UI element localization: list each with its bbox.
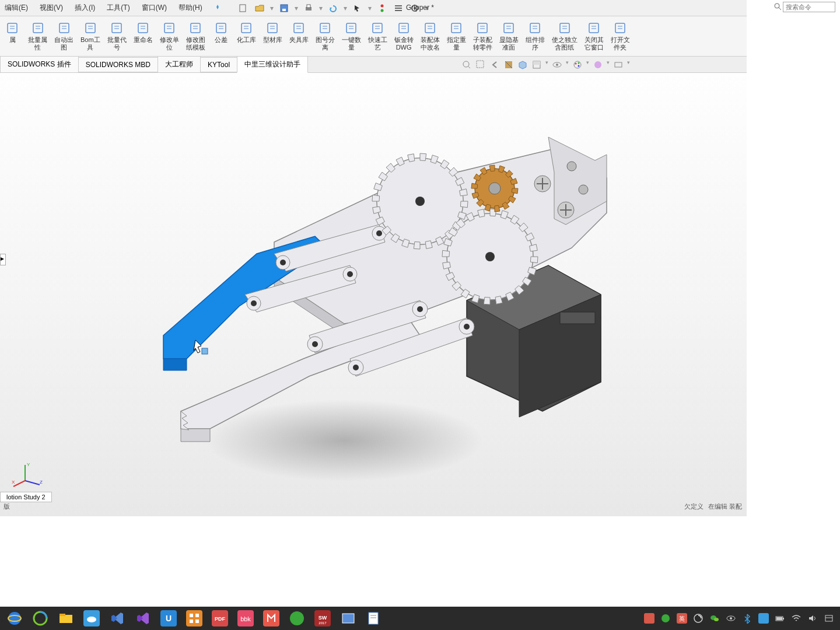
close-others-icon [587,21,601,35]
ribbon-assembly-rename[interactable]: 装配体 中改名 [417,19,443,54]
ribbon-label: 修改图 纸模板 [186,36,205,51]
ribbon-label: 修改单 位 [160,36,179,51]
select-icon[interactable] [352,2,363,14]
ribbon-batch-prop[interactable]: 批量属 性 [24,19,51,54]
svg-rect-20 [60,23,69,33]
ribbon-label: 组件排 序 [526,36,545,51]
motion-study-tabs: lotion Study 2 [0,492,52,502]
ribbon-fixture-lib[interactable]: 夹具库 [286,19,312,54]
open-icon[interactable] [254,2,265,14]
ribbon-label: 批量代 号 [107,36,127,51]
print-icon[interactable] [303,2,314,14]
ribbon-modify-drawing[interactable]: 修改图 纸模板 [183,19,209,54]
svg-point-94 [574,61,581,68]
section-view-icon[interactable] [503,60,514,70]
ribbon-auto-drawing[interactable]: 自动出 图 [51,19,77,54]
edit-appearance-icon[interactable] [572,60,583,70]
ribbon-onekey-qty[interactable]: 一键数 量 [338,19,365,54]
ribbon-quick-process[interactable]: 快速工 艺 [365,19,391,54]
ribbon-child-assembly[interactable]: 子装配 转零件 [470,19,496,54]
menu-view[interactable]: 视图(V) [37,2,65,14]
svg-rect-17 [33,23,43,33]
ribbon-close-others[interactable]: 关闭其 它窗口 [581,19,607,54]
ribbon-label: 图号分 离 [316,36,335,51]
svg-rect-8 [395,8,402,9]
svg-point-6 [380,9,383,12]
ribbon-label: 一键数 量 [342,36,361,51]
ribbon-rename[interactable]: 重命名 [130,19,156,54]
subtab-1[interactable]: SOLIDWORKS MBD [78,57,158,72]
onekey-qty-icon [344,21,358,35]
coordinate-triad[interactable]: Y Z X [10,460,46,489]
svg-rect-0 [240,5,246,12]
ribbon-modify-unit[interactable]: 修改单 位 [156,19,183,54]
pin-icon[interactable] [212,2,223,14]
ribbon-label: 指定重 量 [447,36,466,51]
zoom-fit-icon[interactable] [461,60,472,70]
hide-show-items-icon[interactable] [552,60,562,70]
view-orientation-icon[interactable] [517,60,528,70]
status-define: 欠定义 [684,502,704,513]
modify-unit-icon [162,21,176,35]
view-settings-icon[interactable] [613,60,624,70]
status-bar: 版 欠定义 在编辑 装配 [0,502,747,513]
ribbon-make-independent[interactable]: 使之独立 含图纸 [548,19,581,54]
menu-edit[interactable]: 编辑(E) [2,2,30,14]
options-list-icon[interactable] [393,2,404,14]
fixture-lib-icon [292,21,306,35]
svg-point-123 [312,341,318,347]
ribbon-spec-weight[interactable]: 指定重 量 [443,19,470,54]
svg-rect-100 [560,312,595,324]
spec-weight-icon [449,21,463,35]
flyout-expand-button[interactable]: ▸ [0,254,6,265]
ribbon-label: 化工库 [237,36,256,44]
svg-point-93 [556,64,558,66]
svg-rect-7 [395,5,402,6]
show-hide-plane-icon [502,21,516,35]
ribbon-show-hide-plane[interactable]: 显隐基 准面 [496,19,522,54]
subtab-0[interactable]: SOLIDWORKS 插件 [0,56,79,73]
zoom-area-icon[interactable] [475,60,486,70]
batch-code-icon [110,21,124,35]
ribbon-profile-lib[interactable]: 型材库 [260,19,286,54]
traffic-light-icon[interactable] [376,2,388,14]
ribbon-batch-code[interactable]: 批量代 号 [104,19,130,54]
ribbon-label: Bom工 具 [80,36,100,51]
ribbon-chem-lib[interactable]: 化工库 [233,19,260,54]
menu-tools[interactable]: 工具(T) [104,2,132,14]
child-assembly-icon [475,21,489,35]
undo-icon[interactable] [327,2,339,14]
new-doc-icon[interactable] [237,2,249,14]
menu-window[interactable]: 窗口(W) [139,2,169,14]
ribbon-prop[interactable]: 属 [0,19,24,54]
svg-rect-44 [268,23,277,33]
ribbon-pic-separate[interactable]: 图号分 离 [312,19,338,54]
ribbon-bom-tool[interactable]: Bom工 具 [77,19,104,54]
svg-rect-68 [478,23,487,33]
ribbon-tolerance[interactable]: 公差 [209,19,233,54]
ribbon-sheetmetal-dwg[interactable]: 钣金转 DWG [391,19,417,54]
subtab-4[interactable]: 中里三维设计助手 [237,56,308,73]
display-style-icon[interactable] [531,60,542,70]
svg-rect-56 [373,23,382,33]
apply-scene-icon[interactable] [593,60,603,70]
menu-help[interactable]: 帮助(H) [176,2,205,14]
ribbon-label: 公差 [215,36,228,44]
subtab-3[interactable]: KYTool [200,57,237,72]
gripper-model[interactable] [93,125,630,452]
save-icon[interactable] [278,2,290,14]
svg-rect-2 [282,9,286,11]
subtab-2[interactable]: 大工程师 [158,56,201,73]
svg-rect-59 [399,23,408,33]
graphics-viewport[interactable]: ▸ [0,73,747,516]
previous-view-icon[interactable] [489,60,500,70]
svg-rect-83 [615,23,625,33]
chem-lib-icon [239,21,253,35]
ribbon-open-folder[interactable]: 打开文 件夹 [607,19,634,54]
motion-study-tab[interactable]: lotion Study 2 [0,492,52,502]
menu-insert[interactable]: 插入(I) [72,2,97,14]
ribbon-label: 关闭其 它窗口 [584,36,604,51]
svg-rect-38 [216,23,226,33]
svg-rect-99 [615,62,622,67]
ribbon-comp-sort[interactable]: 组件排 序 [522,19,548,54]
